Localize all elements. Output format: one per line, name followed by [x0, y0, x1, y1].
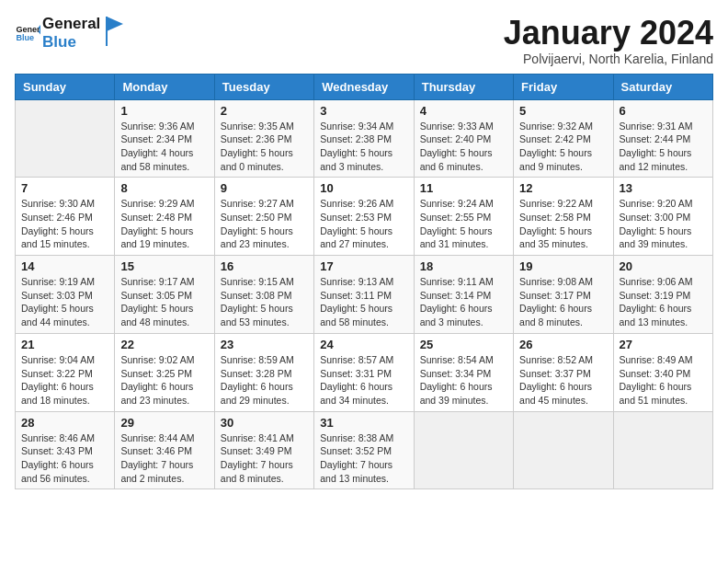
- day-number: 12: [519, 181, 607, 195]
- calendar-cell: 6Sunrise: 9:31 AMSunset: 2:44 PMDaylight…: [613, 99, 712, 178]
- header-day-sunday: Sunday: [16, 74, 115, 99]
- calendar-cell: 28Sunrise: 8:46 AMSunset: 3:43 PMDayligh…: [16, 411, 115, 489]
- calendar-cell: 16Sunrise: 9:15 AMSunset: 3:08 PMDayligh…: [214, 256, 313, 334]
- calendar-cell: [613, 411, 712, 489]
- calendar-cell: 19Sunrise: 9:08 AMSunset: 3:17 PMDayligh…: [514, 256, 613, 334]
- calendar-cell: 9Sunrise: 9:27 AMSunset: 2:50 PMDaylight…: [214, 178, 313, 256]
- day-info: Sunrise: 9:11 AMSunset: 3:14 PMDaylight:…: [420, 275, 507, 329]
- calendar-cell: 4Sunrise: 9:33 AMSunset: 2:40 PMDaylight…: [414, 99, 513, 178]
- calendar-cell: 31Sunrise: 8:38 AMSunset: 3:52 PMDayligh…: [314, 411, 414, 489]
- calendar-cell: 7Sunrise: 9:30 AMSunset: 2:46 PMDaylight…: [16, 178, 115, 256]
- day-number: 5: [519, 104, 607, 118]
- day-number: 9: [221, 181, 308, 195]
- day-number: 23: [221, 338, 308, 351]
- location: Polvijaervi, North Karelia, Finland: [504, 52, 713, 66]
- day-info: Sunrise: 9:26 AMSunset: 2:53 PMDaylight:…: [320, 197, 407, 251]
- calendar-cell: 14Sunrise: 9:19 AMSunset: 3:03 PMDayligh…: [16, 256, 115, 334]
- header-day-saturday: Saturday: [613, 74, 712, 99]
- day-number: 22: [120, 338, 208, 351]
- calendar-cell: 24Sunrise: 8:57 AMSunset: 3:31 PMDayligh…: [314, 333, 414, 411]
- logo: General Blue General Blue: [15, 15, 125, 51]
- day-number: 1: [120, 104, 208, 118]
- calendar-cell: 13Sunrise: 9:20 AMSunset: 3:00 PMDayligh…: [613, 178, 712, 256]
- day-number: 6: [620, 104, 707, 118]
- day-number: 8: [120, 181, 208, 195]
- day-number: 31: [320, 416, 407, 430]
- day-number: 30: [221, 416, 308, 430]
- day-number: 25: [420, 338, 507, 351]
- calendar-cell: 3Sunrise: 9:34 AMSunset: 2:38 PMDaylight…: [314, 99, 414, 178]
- calendar-cell: 26Sunrise: 8:52 AMSunset: 3:37 PMDayligh…: [514, 333, 613, 411]
- header-day-friday: Friday: [514, 74, 613, 99]
- calendar-cell: 20Sunrise: 9:06 AMSunset: 3:19 PMDayligh…: [613, 256, 712, 334]
- calendar-cell: 10Sunrise: 9:26 AMSunset: 2:53 PMDayligh…: [314, 178, 414, 256]
- day-info: Sunrise: 9:04 AMSunset: 3:22 PMDaylight:…: [21, 353, 108, 408]
- day-info: Sunrise: 9:30 AMSunset: 2:46 PMDaylight:…: [21, 197, 108, 251]
- week-row-3: 21Sunrise: 9:04 AMSunset: 3:22 PMDayligh…: [16, 333, 713, 411]
- day-number: 19: [519, 259, 607, 273]
- day-number: 13: [620, 181, 707, 195]
- header-day-wednesday: Wednesday: [314, 74, 414, 99]
- header-day-tuesday: Tuesday: [214, 74, 313, 99]
- calendar-cell: 17Sunrise: 9:13 AMSunset: 3:11 PMDayligh…: [314, 256, 414, 334]
- day-number: 29: [120, 416, 208, 430]
- day-info: Sunrise: 8:49 AMSunset: 3:40 PMDaylight:…: [620, 353, 707, 408]
- calendar-cell: 15Sunrise: 9:17 AMSunset: 3:05 PMDayligh…: [115, 256, 214, 334]
- day-info: Sunrise: 8:38 AMSunset: 3:52 PMDaylight:…: [320, 431, 407, 486]
- day-info: Sunrise: 8:52 AMSunset: 3:37 PMDaylight:…: [519, 353, 607, 408]
- day-info: Sunrise: 8:54 AMSunset: 3:34 PMDaylight:…: [420, 353, 507, 408]
- header-row: SundayMondayTuesdayWednesdayThursdayFrid…: [16, 74, 713, 99]
- calendar-table: SundayMondayTuesdayWednesdayThursdayFrid…: [15, 74, 713, 490]
- day-number: 17: [320, 259, 407, 273]
- logo-general: General: [42, 15, 100, 33]
- day-info: Sunrise: 9:32 AMSunset: 2:42 PMDaylight:…: [519, 120, 607, 174]
- day-number: 26: [519, 338, 607, 351]
- day-number: 14: [21, 259, 108, 273]
- day-number: 24: [320, 338, 407, 351]
- logo-flag-icon: [105, 15, 125, 48]
- week-row-4: 28Sunrise: 8:46 AMSunset: 3:43 PMDayligh…: [16, 411, 713, 489]
- day-number: 20: [620, 259, 707, 273]
- day-info: Sunrise: 9:17 AMSunset: 3:05 PMDaylight:…: [120, 275, 208, 329]
- calendar-cell: 2Sunrise: 9:35 AMSunset: 2:36 PMDaylight…: [214, 99, 313, 178]
- svg-text:Blue: Blue: [16, 33, 34, 42]
- logo-icon: General Blue: [15, 20, 40, 46]
- day-number: 4: [420, 104, 507, 118]
- day-number: 7: [21, 181, 108, 195]
- day-info: Sunrise: 8:44 AMSunset: 3:46 PMDaylight:…: [120, 431, 208, 486]
- header-day-monday: Monday: [115, 74, 214, 99]
- day-info: Sunrise: 9:19 AMSunset: 3:03 PMDaylight:…: [21, 275, 108, 329]
- svg-text:General: General: [16, 24, 40, 33]
- month-title: January 2024: [504, 15, 713, 52]
- calendar-cell: 11Sunrise: 9:24 AMSunset: 2:55 PMDayligh…: [414, 178, 513, 256]
- week-row-0: 1Sunrise: 9:36 AMSunset: 2:34 PMDaylight…: [16, 99, 713, 178]
- day-number: 10: [320, 181, 407, 195]
- calendar-cell: 1Sunrise: 9:36 AMSunset: 2:34 PMDaylight…: [115, 99, 214, 178]
- day-number: 28: [21, 416, 108, 430]
- day-info: Sunrise: 9:13 AMSunset: 3:11 PMDaylight:…: [320, 275, 407, 329]
- day-number: 11: [420, 181, 507, 195]
- title-block: January 2024 Polvijaervi, North Karelia,…: [504, 15, 713, 66]
- day-number: 27: [620, 338, 707, 351]
- day-info: Sunrise: 9:35 AMSunset: 2:36 PMDaylight:…: [221, 120, 308, 174]
- day-info: Sunrise: 9:20 AMSunset: 3:00 PMDaylight:…: [620, 197, 707, 251]
- calendar-cell: [414, 411, 513, 489]
- day-info: Sunrise: 9:22 AMSunset: 2:58 PMDaylight:…: [519, 197, 607, 251]
- calendar-cell: 29Sunrise: 8:44 AMSunset: 3:46 PMDayligh…: [115, 411, 214, 489]
- calendar-cell: 5Sunrise: 9:32 AMSunset: 2:42 PMDaylight…: [514, 99, 613, 178]
- day-info: Sunrise: 9:31 AMSunset: 2:44 PMDaylight:…: [620, 120, 707, 174]
- day-number: 16: [221, 259, 308, 273]
- week-row-2: 14Sunrise: 9:19 AMSunset: 3:03 PMDayligh…: [16, 256, 713, 334]
- day-info: Sunrise: 9:06 AMSunset: 3:19 PMDaylight:…: [620, 275, 707, 329]
- day-number: 3: [320, 104, 407, 118]
- calendar-cell: 21Sunrise: 9:04 AMSunset: 3:22 PMDayligh…: [16, 333, 115, 411]
- calendar-cell: 23Sunrise: 8:59 AMSunset: 3:28 PMDayligh…: [214, 333, 313, 411]
- calendar-cell: [514, 411, 613, 489]
- day-info: Sunrise: 9:27 AMSunset: 2:50 PMDaylight:…: [221, 197, 308, 251]
- day-info: Sunrise: 9:34 AMSunset: 2:38 PMDaylight:…: [320, 120, 407, 174]
- calendar-cell: 8Sunrise: 9:29 AMSunset: 2:48 PMDaylight…: [115, 178, 214, 256]
- day-info: Sunrise: 8:46 AMSunset: 3:43 PMDaylight:…: [21, 431, 108, 486]
- calendar-cell: 27Sunrise: 8:49 AMSunset: 3:40 PMDayligh…: [613, 333, 712, 411]
- day-number: 18: [420, 259, 507, 273]
- day-info: Sunrise: 9:08 AMSunset: 3:17 PMDaylight:…: [519, 275, 607, 329]
